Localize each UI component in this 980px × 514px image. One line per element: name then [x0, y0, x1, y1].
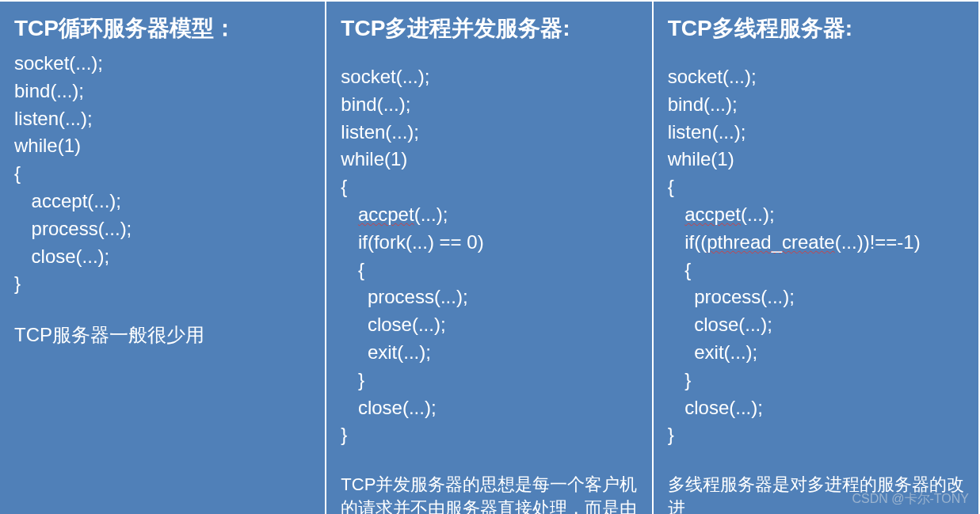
code-line: close(...); — [668, 394, 763, 422]
underlined-pthread-create: pthread_create — [707, 231, 834, 253]
code-line: { — [341, 257, 364, 284]
column-multiprocess-server: TCP多进程并发服务器: socket(...); bind(...); lis… — [326, 0, 653, 514]
column-multithread-server: TCP多线程服务器: socket(...); bind(...); liste… — [654, 0, 980, 514]
code-line: } — [341, 424, 347, 445]
code-line: } — [668, 367, 692, 394]
code-line: close(...); — [341, 311, 445, 339]
code-line: { — [341, 176, 347, 197]
misspelled-accpet: accpet — [684, 204, 741, 225]
code-line: while(1) — [341, 148, 407, 169]
code-line: bind(...); — [14, 80, 84, 101]
code-line: close(...); — [14, 243, 109, 271]
code-line: { — [14, 162, 21, 184]
code-line: process(...); — [341, 284, 467, 311]
code-line: socket(...); — [668, 66, 757, 87]
column-loop-server: TCP循环服务器模型： socket(...); bind(...); list… — [0, 0, 326, 514]
code-line: close(...); — [341, 394, 436, 422]
code-loop-server: socket(...); bind(...); listen(...); whi… — [14, 50, 311, 298]
misspelled-accpet: accpet — [358, 204, 414, 225]
code-line: process(...); — [668, 284, 795, 311]
note-loop-server: TCP服务器一般很少用 — [14, 322, 311, 348]
code-line: { — [668, 257, 692, 284]
code-line: if((pthread_create(...))!==-1) — [668, 229, 921, 257]
code-line: if(fork(...) == 0) — [341, 229, 483, 257]
code-line: bind(...); — [668, 93, 738, 115]
code-line: } — [668, 424, 674, 445]
code-line: listen(...); — [668, 121, 746, 143]
code-line: listen(...); — [341, 121, 419, 143]
code-line: while(1) — [14, 135, 81, 156]
code-line: socket(...); — [14, 52, 103, 74]
code-line: process(...); — [14, 215, 132, 243]
code-line: } — [14, 272, 21, 294]
code-line: } — [341, 367, 364, 394]
code-line: while(1) — [668, 148, 734, 169]
code-line: close(...); — [668, 311, 772, 339]
code-line: socket(...); — [341, 66, 429, 87]
code-line: { — [668, 176, 674, 197]
title-multiprocess-server: TCP多进程并发服务器: — [341, 13, 637, 44]
note-multiprocess-server: TCP并发服务器的思想是每一个客户机的请求并不由服务器直接处理，而是由服务器创建… — [341, 473, 637, 514]
code-line: accept(...); — [14, 188, 121, 215]
watermark: CSDN @卡尔-TONY — [852, 491, 969, 508]
code-line: exit(...); — [341, 339, 431, 367]
code-line: listen(...); — [14, 108, 93, 129]
code-line: exit(...); — [668, 339, 758, 367]
code-line: accpet(...); — [668, 201, 775, 229]
code-multithread-server: socket(...); bind(...); listen(...); whi… — [668, 63, 964, 449]
code-line: accpet(...); — [341, 201, 448, 229]
code-multiprocess-server: socket(...); bind(...); listen(...); whi… — [341, 63, 637, 449]
title-multithread-server: TCP多线程服务器: — [668, 13, 964, 44]
title-loop-server: TCP循环服务器模型： — [14, 13, 311, 44]
code-line: bind(...); — [341, 93, 410, 115]
